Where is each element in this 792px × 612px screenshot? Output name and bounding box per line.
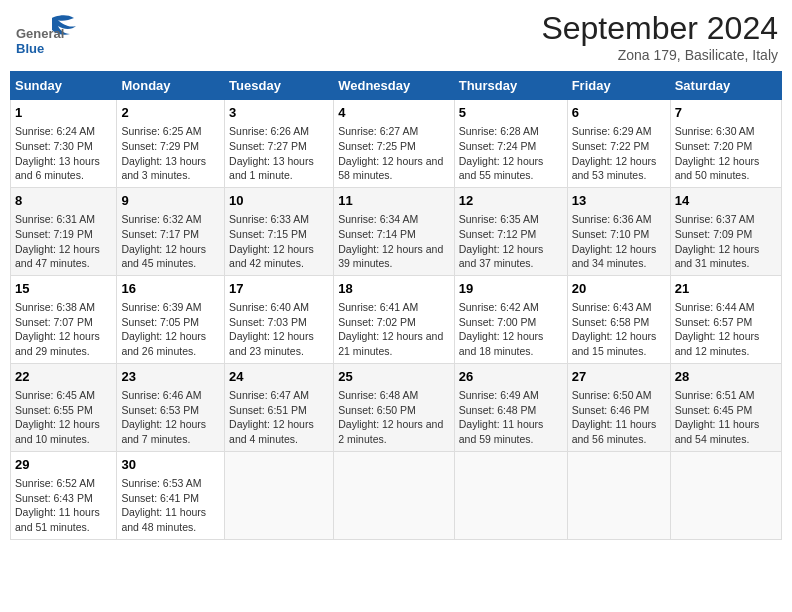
- day-info: Sunrise: 6:27 AM Sunset: 7:25 PM Dayligh…: [338, 124, 450, 183]
- day-number: 19: [459, 280, 563, 298]
- day-info: Sunrise: 6:31 AM Sunset: 7:19 PM Dayligh…: [15, 212, 112, 271]
- day-number: 25: [338, 368, 450, 386]
- col-sunday: Sunday: [11, 72, 117, 100]
- calendar-cell: 27 Sunrise: 6:50 AM Sunset: 6:46 PM Dayl…: [567, 363, 670, 451]
- day-number: 3: [229, 104, 329, 122]
- calendar-cell: 30 Sunrise: 6:53 AM Sunset: 6:41 PM Dayl…: [117, 451, 225, 539]
- calendar-cell: 23 Sunrise: 6:46 AM Sunset: 6:53 PM Dayl…: [117, 363, 225, 451]
- calendar-cell: 15 Sunrise: 6:38 AM Sunset: 7:07 PM Dayl…: [11, 275, 117, 363]
- calendar-cell: 21 Sunrise: 6:44 AM Sunset: 6:57 PM Dayl…: [670, 275, 781, 363]
- page-header: General Blue September 2024 Zona 179, Ba…: [10, 10, 782, 63]
- day-number: 26: [459, 368, 563, 386]
- calendar-cell: 6 Sunrise: 6:29 AM Sunset: 7:22 PM Dayli…: [567, 100, 670, 188]
- calendar-cell: [670, 451, 781, 539]
- day-info: Sunrise: 6:35 AM Sunset: 7:12 PM Dayligh…: [459, 212, 563, 271]
- day-info: Sunrise: 6:29 AM Sunset: 7:22 PM Dayligh…: [572, 124, 666, 183]
- calendar-cell: 4 Sunrise: 6:27 AM Sunset: 7:25 PM Dayli…: [334, 100, 455, 188]
- location: Zona 179, Basilicate, Italy: [541, 47, 778, 63]
- day-info: Sunrise: 6:34 AM Sunset: 7:14 PM Dayligh…: [338, 212, 450, 271]
- calendar-week-row: 22 Sunrise: 6:45 AM Sunset: 6:55 PM Dayl…: [11, 363, 782, 451]
- col-monday: Monday: [117, 72, 225, 100]
- calendar-cell: 3 Sunrise: 6:26 AM Sunset: 7:27 PM Dayli…: [225, 100, 334, 188]
- calendar-cell: 20 Sunrise: 6:43 AM Sunset: 6:58 PM Dayl…: [567, 275, 670, 363]
- calendar-cell: 7 Sunrise: 6:30 AM Sunset: 7:20 PM Dayli…: [670, 100, 781, 188]
- title-block: September 2024 Zona 179, Basilicate, Ita…: [541, 10, 778, 63]
- calendar-week-row: 1 Sunrise: 6:24 AM Sunset: 7:30 PM Dayli…: [11, 100, 782, 188]
- calendar-cell: [454, 451, 567, 539]
- day-number: 15: [15, 280, 112, 298]
- col-saturday: Saturday: [670, 72, 781, 100]
- day-info: Sunrise: 6:26 AM Sunset: 7:27 PM Dayligh…: [229, 124, 329, 183]
- day-info: Sunrise: 6:47 AM Sunset: 6:51 PM Dayligh…: [229, 388, 329, 447]
- day-number: 9: [121, 192, 220, 210]
- day-number: 30: [121, 456, 220, 474]
- svg-text:Blue: Blue: [16, 41, 44, 56]
- calendar-cell: 22 Sunrise: 6:45 AM Sunset: 6:55 PM Dayl…: [11, 363, 117, 451]
- day-number: 1: [15, 104, 112, 122]
- day-info: Sunrise: 6:24 AM Sunset: 7:30 PM Dayligh…: [15, 124, 112, 183]
- day-info: Sunrise: 6:50 AM Sunset: 6:46 PM Dayligh…: [572, 388, 666, 447]
- day-info: Sunrise: 6:45 AM Sunset: 6:55 PM Dayligh…: [15, 388, 112, 447]
- calendar-cell: 28 Sunrise: 6:51 AM Sunset: 6:45 PM Dayl…: [670, 363, 781, 451]
- calendar-cell: 29 Sunrise: 6:52 AM Sunset: 6:43 PM Dayl…: [11, 451, 117, 539]
- calendar-cell: 19 Sunrise: 6:42 AM Sunset: 7:00 PM Dayl…: [454, 275, 567, 363]
- day-number: 21: [675, 280, 777, 298]
- day-number: 23: [121, 368, 220, 386]
- day-info: Sunrise: 6:32 AM Sunset: 7:17 PM Dayligh…: [121, 212, 220, 271]
- day-info: Sunrise: 6:37 AM Sunset: 7:09 PM Dayligh…: [675, 212, 777, 271]
- calendar-cell: [225, 451, 334, 539]
- calendar-cell: 17 Sunrise: 6:40 AM Sunset: 7:03 PM Dayl…: [225, 275, 334, 363]
- day-number: 2: [121, 104, 220, 122]
- calendar-cell: [334, 451, 455, 539]
- day-info: Sunrise: 6:43 AM Sunset: 6:58 PM Dayligh…: [572, 300, 666, 359]
- day-info: Sunrise: 6:48 AM Sunset: 6:50 PM Dayligh…: [338, 388, 450, 447]
- day-info: Sunrise: 6:39 AM Sunset: 7:05 PM Dayligh…: [121, 300, 220, 359]
- day-number: 27: [572, 368, 666, 386]
- calendar-cell: 9 Sunrise: 6:32 AM Sunset: 7:17 PM Dayli…: [117, 187, 225, 275]
- day-number: 20: [572, 280, 666, 298]
- calendar-cell: 18 Sunrise: 6:41 AM Sunset: 7:02 PM Dayl…: [334, 275, 455, 363]
- day-info: Sunrise: 6:44 AM Sunset: 6:57 PM Dayligh…: [675, 300, 777, 359]
- day-number: 6: [572, 104, 666, 122]
- calendar-cell: 12 Sunrise: 6:35 AM Sunset: 7:12 PM Dayl…: [454, 187, 567, 275]
- calendar-week-row: 29 Sunrise: 6:52 AM Sunset: 6:43 PM Dayl…: [11, 451, 782, 539]
- calendar-cell: 2 Sunrise: 6:25 AM Sunset: 7:29 PM Dayli…: [117, 100, 225, 188]
- day-number: 28: [675, 368, 777, 386]
- calendar-cell: 1 Sunrise: 6:24 AM Sunset: 7:30 PM Dayli…: [11, 100, 117, 188]
- calendar-cell: 8 Sunrise: 6:31 AM Sunset: 7:19 PM Dayli…: [11, 187, 117, 275]
- day-info: Sunrise: 6:51 AM Sunset: 6:45 PM Dayligh…: [675, 388, 777, 447]
- day-number: 13: [572, 192, 666, 210]
- day-number: 10: [229, 192, 329, 210]
- calendar-cell: [567, 451, 670, 539]
- day-number: 11: [338, 192, 450, 210]
- day-info: Sunrise: 6:53 AM Sunset: 6:41 PM Dayligh…: [121, 476, 220, 535]
- col-thursday: Thursday: [454, 72, 567, 100]
- day-number: 16: [121, 280, 220, 298]
- calendar-cell: 16 Sunrise: 6:39 AM Sunset: 7:05 PM Dayl…: [117, 275, 225, 363]
- col-wednesday: Wednesday: [334, 72, 455, 100]
- day-number: 4: [338, 104, 450, 122]
- calendar-cell: 13 Sunrise: 6:36 AM Sunset: 7:10 PM Dayl…: [567, 187, 670, 275]
- calendar-week-row: 8 Sunrise: 6:31 AM Sunset: 7:19 PM Dayli…: [11, 187, 782, 275]
- day-info: Sunrise: 6:25 AM Sunset: 7:29 PM Dayligh…: [121, 124, 220, 183]
- day-number: 14: [675, 192, 777, 210]
- day-number: 12: [459, 192, 563, 210]
- day-info: Sunrise: 6:41 AM Sunset: 7:02 PM Dayligh…: [338, 300, 450, 359]
- calendar-cell: 5 Sunrise: 6:28 AM Sunset: 7:24 PM Dayli…: [454, 100, 567, 188]
- calendar-cell: 24 Sunrise: 6:47 AM Sunset: 6:51 PM Dayl…: [225, 363, 334, 451]
- svg-text:General: General: [16, 26, 64, 41]
- day-info: Sunrise: 6:42 AM Sunset: 7:00 PM Dayligh…: [459, 300, 563, 359]
- day-info: Sunrise: 6:36 AM Sunset: 7:10 PM Dayligh…: [572, 212, 666, 271]
- day-info: Sunrise: 6:38 AM Sunset: 7:07 PM Dayligh…: [15, 300, 112, 359]
- month-title: September 2024: [541, 10, 778, 47]
- day-number: 24: [229, 368, 329, 386]
- day-info: Sunrise: 6:52 AM Sunset: 6:43 PM Dayligh…: [15, 476, 112, 535]
- logo-svg: General Blue: [14, 10, 89, 58]
- col-tuesday: Tuesday: [225, 72, 334, 100]
- day-info: Sunrise: 6:28 AM Sunset: 7:24 PM Dayligh…: [459, 124, 563, 183]
- logo: General Blue: [14, 10, 89, 58]
- calendar-table: Sunday Monday Tuesday Wednesday Thursday…: [10, 71, 782, 540]
- day-info: Sunrise: 6:49 AM Sunset: 6:48 PM Dayligh…: [459, 388, 563, 447]
- calendar-week-row: 15 Sunrise: 6:38 AM Sunset: 7:07 PM Dayl…: [11, 275, 782, 363]
- calendar-cell: 26 Sunrise: 6:49 AM Sunset: 6:48 PM Dayl…: [454, 363, 567, 451]
